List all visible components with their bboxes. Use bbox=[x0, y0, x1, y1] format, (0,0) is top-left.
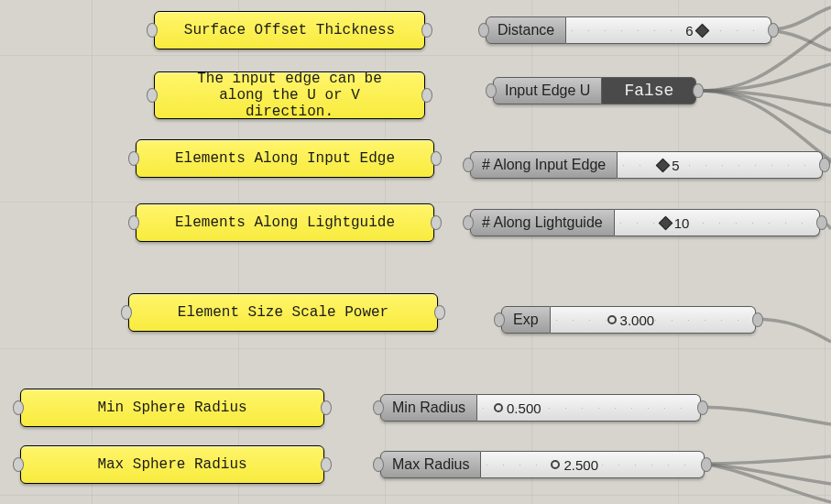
port-out[interactable] bbox=[752, 312, 763, 327]
slider-value: 10 bbox=[674, 215, 690, 231]
port-in[interactable] bbox=[494, 312, 505, 327]
toggle-value: False bbox=[624, 82, 673, 100]
ring-icon bbox=[607, 315, 617, 324]
port-in[interactable] bbox=[478, 23, 489, 38]
slider-along-input-edge[interactable]: # Along Input Edge 5 bbox=[470, 151, 823, 179]
diamond-icon bbox=[656, 158, 671, 172]
slider-min-radius[interactable]: Min Radius 0.500 bbox=[380, 394, 701, 422]
slider-value: 6 bbox=[685, 23, 693, 38]
slider-value: 5 bbox=[672, 158, 679, 173]
slider-distance[interactable]: Distance 6 bbox=[486, 16, 771, 44]
slider-exp[interactable]: Exp 3.000 bbox=[501, 306, 756, 334]
diamond-icon bbox=[694, 23, 709, 38]
slider-label: Exp bbox=[501, 306, 551, 334]
port-in[interactable] bbox=[373, 457, 384, 472]
slider-label: Distance bbox=[486, 16, 566, 44]
panel-min-sphere-radius[interactable]: Min Sphere Radius bbox=[20, 389, 324, 427]
slider-value: 2.500 bbox=[563, 457, 598, 473]
toggle-input-edge-u[interactable]: Input Edge U False bbox=[493, 77, 696, 104]
port-out[interactable] bbox=[819, 158, 830, 172]
slider-label: # Along Input Edge bbox=[470, 151, 618, 179]
port-out[interactable] bbox=[816, 215, 827, 230]
slider-max-radius[interactable]: Max Radius 2.500 bbox=[380, 451, 705, 478]
diamond-icon bbox=[658, 215, 672, 230]
slider-label: Min Radius bbox=[380, 394, 477, 422]
slider-value: 0.500 bbox=[507, 400, 541, 416]
port-in[interactable] bbox=[373, 400, 384, 415]
panel-input-edge-description[interactable]: The input edge can be along the U or V d… bbox=[154, 71, 425, 119]
slider-label: # Along Lightguide bbox=[470, 209, 615, 236]
panel-elements-along-input-edge[interactable]: Elements Along Input Edge bbox=[136, 139, 434, 178]
port-in[interactable] bbox=[463, 215, 474, 230]
port-out[interactable] bbox=[768, 23, 779, 38]
ring-icon bbox=[494, 403, 503, 412]
toggle-label: Input Edge U bbox=[493, 77, 602, 104]
port-out[interactable] bbox=[697, 400, 708, 415]
panel-element-size-scale-power[interactable]: Element Size Scale Power bbox=[128, 293, 438, 332]
port-in[interactable] bbox=[486, 83, 497, 98]
slider-along-lightguide[interactable]: # Along Lightguide 10 bbox=[470, 209, 820, 236]
slider-value: 3.000 bbox=[620, 312, 655, 328]
slider-label: Max Radius bbox=[380, 451, 481, 478]
panel-surface-offset-thickness[interactable]: Surface Offset Thickness bbox=[154, 11, 425, 49]
ring-icon bbox=[551, 460, 560, 469]
port-out[interactable] bbox=[693, 83, 704, 98]
port-out[interactable] bbox=[701, 457, 712, 472]
panel-elements-along-lightguide[interactable]: Elements Along Lightguide bbox=[136, 203, 434, 242]
port-in[interactable] bbox=[463, 158, 474, 172]
panel-max-sphere-radius[interactable]: Max Sphere Radius bbox=[20, 445, 324, 484]
